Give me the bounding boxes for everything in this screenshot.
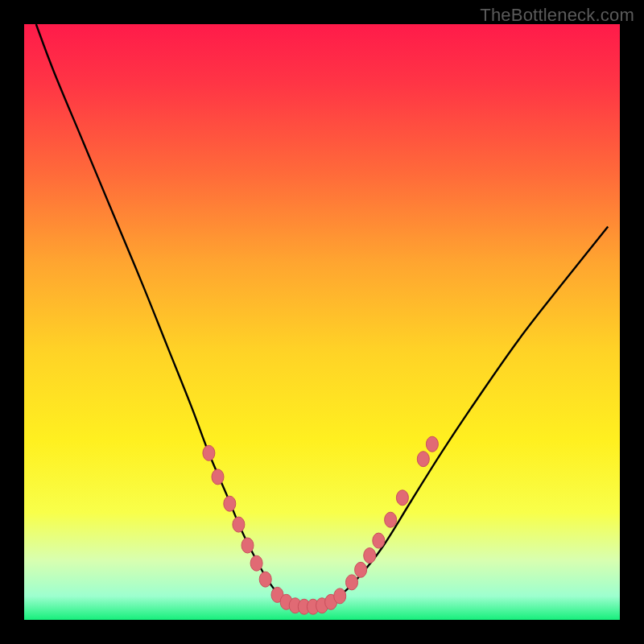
marker-dot: [242, 538, 254, 553]
marker-dot: [355, 562, 367, 577]
plot-area: [24, 24, 620, 620]
marker-dot: [426, 436, 438, 452]
marker-dot: [259, 572, 271, 587]
marker-dot: [334, 588, 346, 604]
marker-dot: [250, 555, 262, 571]
watermark-label: TheBottleneck.com: [480, 5, 634, 26]
marker-dot: [212, 469, 224, 485]
marker-dot: [385, 512, 397, 527]
marker-dot: [346, 575, 358, 590]
bottleneck-curve: [36, 24, 608, 607]
dots-group: [203, 436, 439, 614]
marker-dot: [203, 445, 215, 460]
marker-dot: [233, 517, 245, 532]
marker-dot: [224, 496, 236, 511]
marker-dot: [417, 452, 429, 467]
marker-dot: [396, 490, 408, 506]
chart-svg: [24, 24, 620, 620]
marker-dot: [373, 533, 385, 548]
marker-dot: [364, 548, 376, 564]
chart-frame: TheBottleneck.com: [0, 0, 644, 644]
